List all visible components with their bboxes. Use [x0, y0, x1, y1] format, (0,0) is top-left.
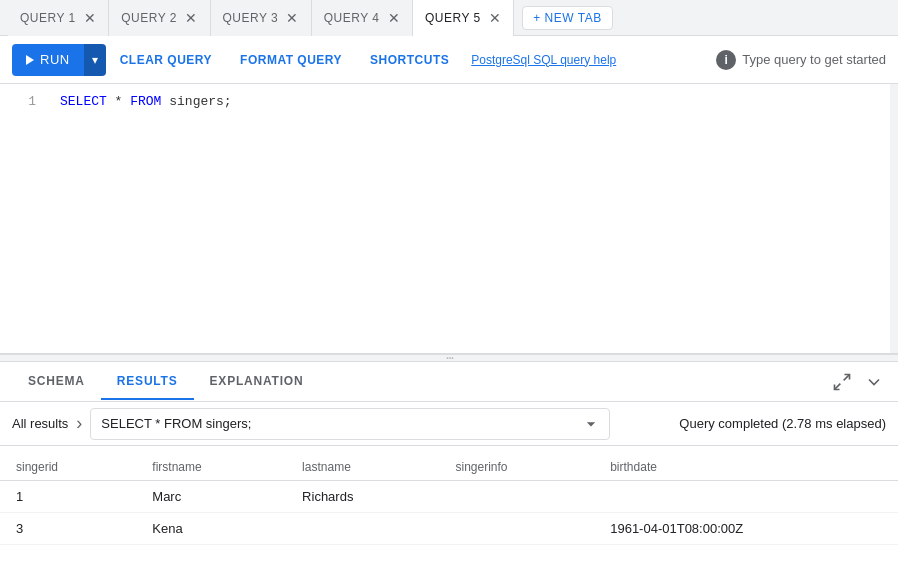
tab-query3[interactable]: QUERY 3 ✕ — [211, 0, 312, 36]
tab-query5-close[interactable]: ✕ — [489, 11, 502, 25]
expand-icon — [832, 372, 852, 392]
tab-explanation[interactable]: EXPLANATION — [194, 364, 320, 400]
editor-area: 1 SELECT * FROM singers; — [0, 84, 898, 354]
run-button[interactable]: RUN — [12, 44, 84, 76]
tab-results[interactable]: RESULTS — [101, 364, 194, 400]
keyword-select: SELECT — [60, 92, 107, 112]
tab-query4[interactable]: QUERY 4 ✕ — [312, 0, 413, 36]
tab-query3-close[interactable]: ✕ — [286, 11, 299, 25]
tab-query5-label: QUERY 5 — [425, 11, 481, 25]
bottom-panel: SCHEMA RESULTS EXPLANATION — [0, 362, 898, 553]
new-tab-label: + NEW TAB — [533, 11, 601, 25]
col-birthdate: birthdate — [594, 454, 898, 481]
svg-line-1 — [835, 383, 841, 389]
table-body: 1 Marc Richards 3 Kena 1961-04-01T08:00:… — [0, 481, 898, 545]
tab-bar: QUERY 1 ✕ QUERY 2 ✕ QUERY 3 ✕ QUERY 4 ✕ … — [0, 0, 898, 36]
tab-schema[interactable]: SCHEMA — [12, 364, 101, 400]
cell-singerid-1: 1 — [0, 481, 136, 513]
toolbar: RUN ▾ CLEAR QUERY FORMAT QUERY SHORTCUTS… — [0, 36, 898, 84]
all-results-label: All results — [12, 416, 68, 431]
shortcuts-button[interactable]: SHORTCUTS — [356, 47, 463, 73]
run-dropdown-button[interactable]: ▾ — [84, 44, 106, 76]
tab-query1-close[interactable]: ✕ — [84, 11, 97, 25]
tab-query1-label: QUERY 1 — [20, 11, 76, 25]
keyword-from: FROM — [130, 92, 161, 112]
tab-query2[interactable]: QUERY 2 ✕ — [109, 0, 210, 36]
col-singerid: singerid — [0, 454, 136, 481]
cell-lastname-1: Richards — [286, 481, 439, 513]
format-label: FORMAT QUERY — [240, 53, 342, 67]
chevron-right-icon[interactable]: › — [76, 413, 82, 434]
format-query-button[interactable]: FORMAT QUERY — [226, 47, 356, 73]
help-link-text: PostgreSql SQL query help — [471, 53, 616, 67]
line-number-1: 1 — [0, 92, 48, 112]
cell-singerinfo-1 — [439, 481, 594, 513]
toolbar-info: i Type query to get started — [716, 50, 886, 70]
code-line-1: SELECT * FROM singers; — [60, 92, 886, 112]
tab-query4-close[interactable]: ✕ — [388, 11, 401, 25]
info-hint-text: Type query to get started — [742, 52, 886, 67]
cell-birthdate-2: 1961-04-01T08:00:00Z — [594, 513, 898, 545]
info-icon: i — [716, 50, 736, 70]
chevron-down-button[interactable] — [862, 370, 886, 394]
tab-explanation-label: EXPLANATION — [210, 374, 304, 388]
cell-lastname-2 — [286, 513, 439, 545]
query-selector-bar: All results › SELECT * FROM singers; Que… — [0, 402, 898, 446]
query-select[interactable]: SELECT * FROM singers; — [90, 408, 610, 440]
result-tab-actions — [830, 370, 886, 394]
clear-query-button[interactable]: CLEAR QUERY — [106, 47, 226, 73]
cell-singerid-2: 3 — [0, 513, 136, 545]
table-header-row: singerid firstname lastname singerinfo b… — [0, 454, 898, 481]
editor-content[interactable]: SELECT * FROM singers; — [48, 84, 898, 353]
cell-birthdate-1 — [594, 481, 898, 513]
clear-label: CLEAR QUERY — [120, 53, 212, 67]
help-link[interactable]: PostgreSql SQL query help — [463, 47, 624, 73]
col-singerinfo: singerinfo — [439, 454, 594, 481]
results-table: singerid firstname lastname singerinfo b… — [0, 454, 898, 545]
tab-schema-label: SCHEMA — [28, 374, 85, 388]
svg-line-0 — [844, 374, 850, 380]
code-table: singers; — [161, 92, 231, 112]
tab-query3-label: QUERY 3 — [223, 11, 279, 25]
play-icon — [26, 55, 34, 65]
shortcuts-label: SHORTCUTS — [370, 53, 449, 67]
scrollbar-track — [890, 84, 898, 353]
col-firstname: firstname — [136, 454, 286, 481]
tab-results-label: RESULTS — [117, 374, 178, 388]
run-label: RUN — [40, 52, 70, 67]
resize-handle[interactable]: ··· — [0, 354, 898, 362]
tab-query1[interactable]: QUERY 1 ✕ — [8, 0, 109, 36]
code-space: * — [107, 92, 130, 112]
query-status: Query completed (2.78 ms elapsed) — [679, 416, 886, 431]
col-lastname: lastname — [286, 454, 439, 481]
tab-query2-close[interactable]: ✕ — [185, 11, 198, 25]
table-row: 3 Kena 1961-04-01T08:00:00Z — [0, 513, 898, 545]
tab-query5[interactable]: QUERY 5 ✕ — [413, 0, 514, 36]
chevron-down-icon — [864, 372, 884, 392]
cell-singerinfo-2 — [439, 513, 594, 545]
table-header: singerid firstname lastname singerinfo b… — [0, 454, 898, 481]
cell-firstname-2: Kena — [136, 513, 286, 545]
cell-firstname-1: Marc — [136, 481, 286, 513]
line-numbers: 1 — [0, 84, 48, 353]
tab-query2-label: QUERY 2 — [121, 11, 177, 25]
new-tab-button[interactable]: + NEW TAB — [522, 6, 612, 30]
tab-query4-label: QUERY 4 — [324, 11, 380, 25]
result-tabs: SCHEMA RESULTS EXPLANATION — [0, 362, 898, 402]
results-table-container: singerid firstname lastname singerinfo b… — [0, 446, 898, 553]
expand-icon-button[interactable] — [830, 370, 854, 394]
table-row: 1 Marc Richards — [0, 481, 898, 513]
